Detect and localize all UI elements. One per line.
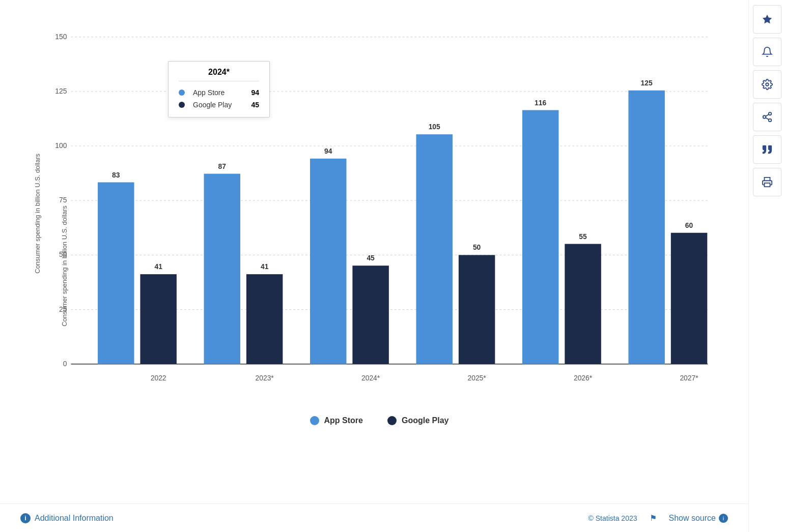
svg-point-4 [768,119,771,122]
label-2024-googleplay: 45 [367,254,375,262]
gear-icon [762,79,773,90]
xlabel-2026: 2026* [574,374,593,382]
sidebar [748,0,785,532]
xlabel-2024: 2024* [361,374,380,382]
show-source-button[interactable]: Show source i [669,514,728,523]
xlabel-2027: 2027* [680,374,698,382]
bottom-right: © Statista 2023 ⚑ Show source i [588,513,728,523]
ytick-75: 75 [59,196,67,204]
tooltip-appstore-label: App Store [193,88,243,97]
bar-2022-appstore [98,182,134,364]
tooltip-googleplay-dot [179,102,185,108]
tooltip-year: 2024* [179,68,259,81]
bar-2026-googleplay [565,244,601,364]
additional-info-button[interactable]: i Additional Information [20,513,114,523]
label-2026-googleplay: 55 [579,232,587,241]
label-2025-appstore: 105 [429,123,440,131]
ytick-150: 150 [55,33,67,41]
label-2026-appstore: 116 [535,99,546,107]
ytick-50: 50 [59,250,67,258]
legend-googleplay-dot [387,416,397,425]
bookmark-button[interactable] [753,5,781,34]
quote-button[interactable] [753,135,781,164]
chart-area: Consumer spending in billion U.S. dollar… [0,0,748,532]
flag-icon: ⚑ [650,513,657,523]
print-icon [762,176,773,188]
label-2024-appstore: 94 [324,147,332,155]
show-source-label: Show source [669,514,716,523]
svg-point-2 [768,112,771,115]
bar-2027-googleplay [671,233,707,364]
share-button[interactable] [753,103,781,131]
tooltip-appstore-dot [179,90,185,96]
svg-line-6 [765,114,768,116]
print-button[interactable] [753,168,781,196]
svg-marker-0 [762,15,771,23]
additional-info-label: Additional Information [35,514,114,523]
svg-line-5 [765,117,768,120]
label-2027-googleplay: 60 [685,221,693,229]
svg-point-3 [763,115,766,119]
legend-appstore-dot [310,416,319,425]
tooltip-appstore-value: 94 [251,88,259,97]
label-2022-appstore: 83 [112,171,120,179]
ytick-100: 100 [55,141,67,150]
bar-2027-appstore [628,91,664,364]
tooltip: 2024* App Store 94 Google Play 45 [168,61,270,117]
bar-2026-appstore [522,110,558,364]
y-axis-title: Consumer spending in billion U.S. dollar… [34,154,41,274]
svg-rect-7 [764,183,770,187]
chart-wrapper: 150 125 100 75 50 25 0 Consumer spending… [31,15,728,412]
statista-credit: © Statista 2023 [588,514,637,522]
label-2027-appstore: 125 [641,79,653,87]
bar-2024-googleplay [352,265,388,364]
ytick-25: 25 [59,305,67,313]
xlabel-2022: 2022 [151,374,166,382]
bar-2025-appstore [416,134,452,364]
label-2022-googleplay: 41 [154,262,162,271]
legend-appstore-label: App Store [324,416,363,425]
label-2023-appstore: 87 [218,162,227,170]
bell-icon [762,46,773,57]
ytick-125: 125 [55,87,67,95]
quote-icon [762,144,773,155]
chart-legend: App Store Google Play [31,416,728,425]
legend-googleplay: Google Play [387,416,448,425]
bottom-bar: i Additional Information © Statista 2023… [0,504,748,532]
legend-appstore: App Store [310,416,363,425]
label-2023-googleplay: 41 [261,262,269,271]
tooltip-googleplay-label: Google Play [193,101,243,109]
bar-2024-appstore [310,159,346,364]
bar-2023-googleplay [246,274,283,364]
xlabel-2025: 2025* [467,374,486,382]
main-container: Consumer spending in billion U.S. dollar… [0,0,785,532]
bar-2023-appstore [204,174,240,364]
info-icon: i [20,513,31,523]
bar-2022-googleplay [140,274,176,364]
tooltip-appstore-row: App Store 94 [179,86,259,99]
tooltip-googleplay-row: Google Play 45 [179,99,259,111]
xlabel-2023: 2023* [256,374,274,382]
source-info-icon: i [719,514,728,523]
label-2025-googleplay: 50 [473,243,481,251]
chart-svg: 150 125 100 75 50 25 0 Consumer spending… [31,15,728,412]
share-icon [762,111,773,123]
legend-googleplay-label: Google Play [402,416,448,425]
svg-point-1 [766,83,769,86]
ytick-0: 0 [63,360,67,368]
tooltip-googleplay-value: 45 [251,101,259,109]
notification-button[interactable] [753,38,781,66]
star-icon [762,14,773,25]
bar-2025-googleplay [459,255,495,364]
settings-button[interactable] [753,70,781,99]
